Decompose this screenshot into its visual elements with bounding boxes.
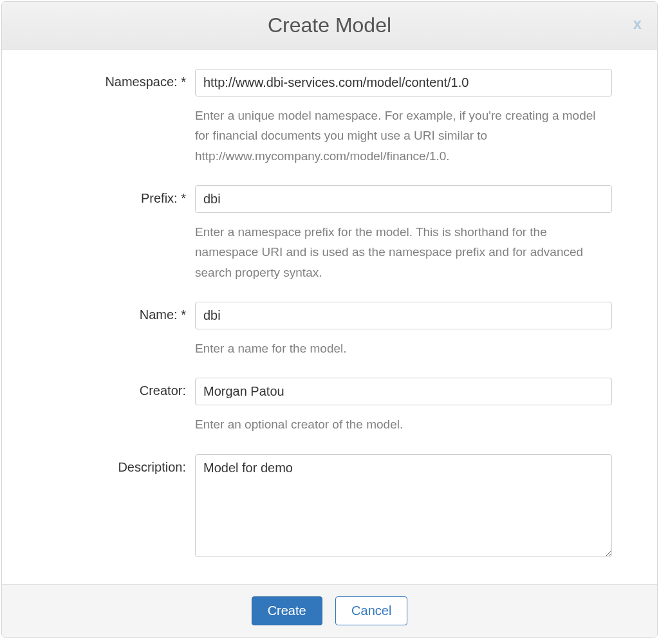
creator-input[interactable] [195, 378, 612, 405]
description-label: Description: [28, 454, 195, 475]
namespace-row: Namespace: * Enter a unique model namesp… [28, 69, 612, 180]
creator-help: Enter an optional creator of the model. [195, 414, 612, 434]
namespace-input[interactable] [195, 69, 612, 97]
name-label: Name: * [28, 302, 195, 322]
prefix-help: Enter a namespace prefix for the model. … [195, 222, 612, 282]
dialog-header: Create Model x [2, 2, 657, 50]
prefix-input[interactable] [195, 185, 612, 213]
create-model-dialog: Create Model x Namespace: * Enter a uniq… [1, 1, 658, 638]
dialog-body: Namespace: * Enter a unique model namesp… [2, 50, 657, 584]
dialog-title: Create Model [15, 14, 644, 37]
prefix-label: Prefix: * [28, 185, 195, 206]
name-input[interactable] [195, 302, 612, 329]
dialog-footer: Create Cancel [2, 584, 657, 637]
name-help: Enter a name for the model. [195, 338, 612, 358]
namespace-help: Enter a unique model namespace. For exam… [195, 106, 612, 166]
creator-row: Creator: Enter an optional creator of th… [28, 378, 612, 448]
cancel-button[interactable]: Cancel [335, 596, 407, 625]
creator-label: Creator: [28, 378, 195, 398]
description-textarea[interactable]: Model for demo [195, 454, 612, 557]
name-row: Name: * Enter a name for the model. [28, 302, 612, 373]
create-button[interactable]: Create [252, 596, 322, 625]
namespace-label: Namespace: * [28, 69, 195, 89]
description-row: Description: Model for demo [28, 454, 612, 560]
prefix-row: Prefix: * Enter a namespace prefix for t… [28, 185, 612, 297]
close-icon[interactable]: x [633, 16, 642, 32]
